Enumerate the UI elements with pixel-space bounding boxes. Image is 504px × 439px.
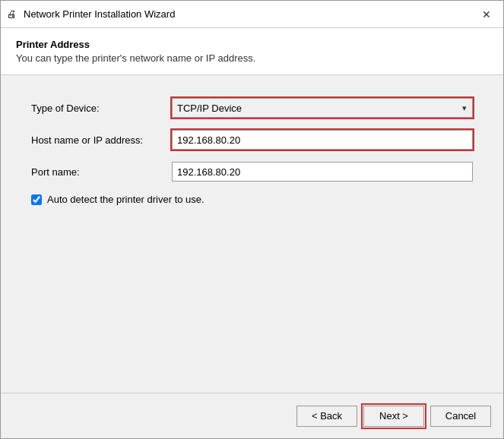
auto-detect-checkbox[interactable] bbox=[31, 194, 42, 205]
device-type-row: Type of Device: TCP/IP Device Web Servic… bbox=[31, 98, 473, 118]
title-bar: 🖨 Network Printer Installation Wizard ✕ bbox=[1, 1, 503, 28]
cancel-button[interactable]: Cancel bbox=[430, 406, 491, 427]
next-button[interactable]: Next > bbox=[363, 406, 424, 427]
device-type-select[interactable]: TCP/IP Device Web Services Device bbox=[172, 98, 473, 118]
title-bar-text: Network Printer Installation Wizard bbox=[24, 8, 476, 20]
port-name-label: Port name: bbox=[31, 166, 172, 178]
main-content: Type of Device: TCP/IP Device Web Servic… bbox=[1, 75, 503, 393]
host-name-label: Host name or IP address: bbox=[31, 134, 172, 146]
header-subtitle: You can type the printer's network name … bbox=[16, 52, 488, 64]
close-button[interactable]: ✕ bbox=[476, 5, 497, 24]
printer-icon: 🖨 bbox=[7, 8, 19, 21]
host-name-wrapper bbox=[172, 130, 473, 150]
host-name-row: Host name or IP address: bbox=[31, 130, 473, 150]
header-section: Printer Address You can type the printer… bbox=[1, 28, 503, 75]
dialog-window: 🖨 Network Printer Installation Wizard ✕ … bbox=[0, 0, 504, 439]
device-type-select-wrapper: TCP/IP Device Web Services Device bbox=[172, 98, 473, 118]
port-name-input[interactable] bbox=[172, 162, 473, 182]
host-name-input[interactable] bbox=[172, 130, 473, 150]
header-title: Printer Address bbox=[16, 39, 488, 50]
device-type-label: Type of Device: bbox=[31, 103, 172, 114]
auto-detect-label: Auto detect the printer driver to use. bbox=[47, 194, 204, 205]
port-name-wrapper bbox=[172, 162, 473, 182]
back-button[interactable]: < Back bbox=[296, 406, 357, 427]
device-type-wrapper: TCP/IP Device Web Services Device bbox=[172, 98, 473, 118]
port-name-row: Port name: bbox=[31, 162, 473, 182]
footer: < Back Next > Cancel bbox=[1, 393, 503, 438]
auto-detect-row: Auto detect the printer driver to use. bbox=[31, 194, 473, 205]
